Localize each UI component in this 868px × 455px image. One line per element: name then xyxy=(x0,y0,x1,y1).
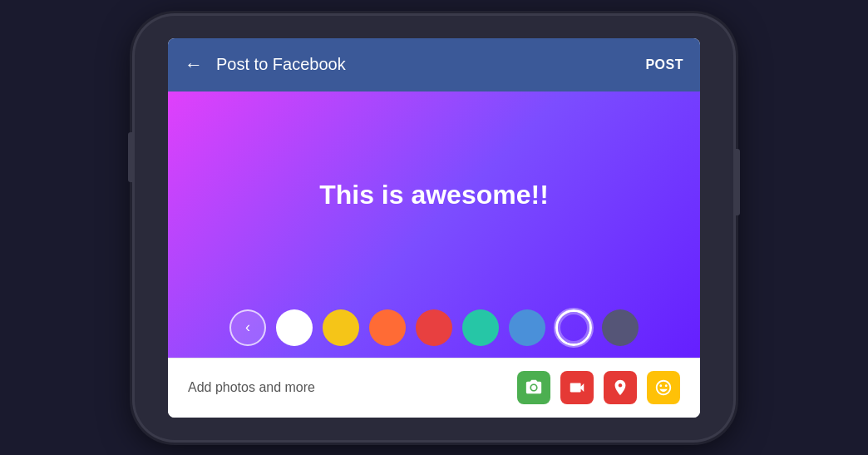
emoji-icon xyxy=(654,378,673,397)
bottom-bar: Add photos and more xyxy=(168,358,700,418)
color-picker-row: ‹ xyxy=(168,309,700,346)
emoji-button[interactable] xyxy=(647,371,680,404)
color-red[interactable] xyxy=(416,309,452,346)
location-icon xyxy=(611,378,629,397)
top-bar: ← Post to Facebook POST xyxy=(168,38,700,91)
add-photos-label: Add photos and more xyxy=(188,380,315,395)
post-button[interactable]: POST xyxy=(645,57,683,72)
color-teal[interactable] xyxy=(462,309,499,346)
video-button[interactable] xyxy=(560,371,594,404)
phone-shell: ← Post to Facebook POST This is awesome!… xyxy=(135,16,733,440)
top-bar-left: ← Post to Facebook xyxy=(185,54,346,76)
camera-button[interactable] xyxy=(517,371,550,404)
location-button[interactable] xyxy=(604,371,637,404)
video-icon xyxy=(568,378,586,397)
page-title: Post to Facebook xyxy=(216,55,346,74)
color-dark-gray[interactable] xyxy=(602,309,639,346)
color-orange[interactable] xyxy=(369,309,406,346)
color-blue[interactable] xyxy=(509,309,545,346)
camera-icon xyxy=(525,378,543,397)
color-ring-white[interactable] xyxy=(555,309,592,346)
color-yellow[interactable] xyxy=(323,309,359,346)
post-text: This is awesome!! xyxy=(286,180,582,210)
content-area: This is awesome!! ‹ xyxy=(168,91,700,358)
back-arrow-icon[interactable]: ← xyxy=(185,54,203,76)
bottom-icons-row xyxy=(517,371,680,404)
phone-screen: ← Post to Facebook POST This is awesome!… xyxy=(168,38,700,418)
color-white[interactable] xyxy=(276,309,313,346)
color-nav-prev[interactable]: ‹ xyxy=(229,309,266,346)
